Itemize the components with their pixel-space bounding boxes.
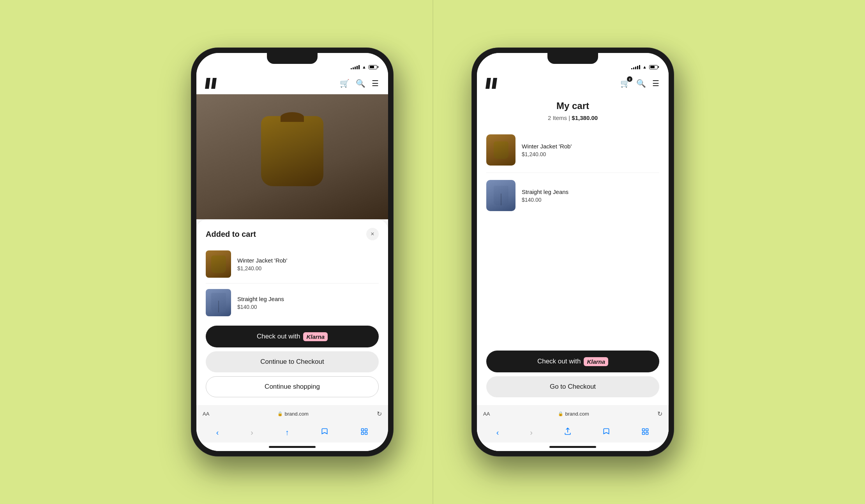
item-info-jacket: Winter Jacket 'Rob' $1,240.00	[522, 143, 659, 157]
close-button[interactable]: ×	[366, 228, 379, 240]
tabs-button-2[interactable]	[638, 425, 652, 441]
cart-item-1: Winter Jacket 'Rob' $1,240.00	[206, 247, 379, 282]
status-icons: ▲	[351, 65, 377, 69]
lock-icon-2: 🔒	[558, 411, 563, 416]
cart-badge: 2	[627, 76, 632, 82]
svg-rect-3	[365, 432, 367, 434]
wifi-icon-2: ▲	[643, 65, 647, 69]
modal-sheet: Added to cart × Winter Jacket 'Rob' $1,2…	[196, 219, 388, 405]
item-name-1: Winter Jacket 'Rob'	[237, 257, 379, 264]
cart-summary: 2 Items | $1,380.00	[486, 115, 659, 121]
continue-shopping-button-1[interactable]: Continue shopping	[206, 376, 379, 397]
search-icon-2[interactable]: 🔍	[636, 79, 646, 88]
klarna-badge-1: Klarna	[303, 332, 328, 341]
continue-checkout-label-1: Continue to Checkout	[260, 358, 324, 366]
menu-icon-2[interactable]: ☰	[652, 79, 659, 88]
go-to-checkout-button[interactable]: Go to Checkout	[486, 376, 659, 397]
go-to-checkout-label: Go to Checkout	[550, 383, 596, 391]
item-info-2: Straight leg Jeans $140.00	[237, 296, 379, 310]
cart-item-2: Straight leg Jeans $140.00	[206, 285, 379, 320]
forward-button-1[interactable]: ›	[247, 425, 256, 440]
share-button-1[interactable]: ↑	[282, 425, 292, 440]
lock-icon-1: 🔒	[277, 411, 283, 416]
cart-count-text: 2 Items	[548, 115, 567, 121]
svg-rect-6	[643, 432, 645, 434]
status-bar-1: ▲	[196, 53, 388, 72]
bottom-toolbar-2: ‹ ›	[477, 422, 669, 442]
item-name-jacket: Winter Jacket 'Rob'	[522, 143, 659, 150]
menu-icon-1[interactable]: ☰	[372, 79, 379, 88]
item-info-1: Winter Jacket 'Rob' $1,240.00	[237, 257, 379, 271]
svg-rect-7	[646, 432, 648, 434]
bottom-toolbar-1: ‹ › ↑	[196, 422, 388, 442]
cart-buttons: Check out with Klarna Go to Checkout	[477, 339, 669, 405]
aa-text-1[interactable]: AA	[203, 411, 209, 417]
phone-1: ▲ 🛒 🔍 ☰	[191, 48, 394, 456]
svg-rect-2	[362, 432, 364, 434]
item-name-jeans: Straight leg Jeans	[522, 189, 659, 195]
item-price-jacket: $1,240.00	[522, 151, 659, 157]
nav-bar-2: 🛒 2 🔍 ☰	[477, 72, 669, 94]
forward-button-2[interactable]: ›	[527, 425, 536, 440]
cart-page-title: My cart	[486, 94, 659, 115]
continue-shopping-label-1: Continue shopping	[265, 383, 320, 391]
home-indicator-2	[477, 442, 669, 451]
item-name-2: Straight leg Jeans	[237, 296, 379, 302]
bookmarks-button-2[interactable]	[599, 425, 613, 441]
cart-icon-1[interactable]: 🛒	[340, 79, 350, 88]
nav-icons-2: 🛒 2 🔍 ☰	[620, 79, 659, 88]
cart-total: $1,380.00	[572, 115, 598, 121]
product-bg	[196, 94, 388, 219]
search-icon-1[interactable]: 🔍	[356, 79, 365, 88]
refresh-icon-1[interactable]: ↻	[377, 410, 382, 418]
brand-logo-2	[486, 78, 496, 89]
tabs-button-1[interactable]	[357, 425, 371, 441]
nav-bar-1: 🛒 🔍 ☰	[196, 72, 388, 94]
item-image-jacket-2	[486, 134, 515, 166]
svg-rect-5	[646, 428, 648, 431]
status-bar-2: ▲	[477, 53, 669, 72]
back-button-1[interactable]: ‹	[213, 425, 222, 440]
nav-icons-1: 🛒 🔍 ☰	[340, 79, 379, 88]
wifi-icon: ▲	[362, 65, 366, 69]
aa-text-2[interactable]: AA	[483, 411, 490, 417]
signal-icon-2	[631, 65, 640, 69]
item-image-jeans-1	[206, 289, 231, 316]
klarna-checkout-button-1[interactable]: Check out with Klarna	[206, 326, 379, 347]
modal-title: Added to cart	[206, 230, 256, 239]
url-text-2: brand.com	[565, 411, 589, 417]
url-section-2[interactable]: 🔒 brand.com	[558, 411, 589, 417]
modal-header: Added to cart ×	[206, 219, 379, 247]
item-price-2: $140.00	[237, 304, 379, 310]
status-icons-2: ▲	[631, 65, 658, 69]
klarna-badge-2: Klarna	[584, 357, 608, 366]
cart-item-jeans: Straight leg Jeans $140.00	[486, 174, 659, 217]
cart-page: My cart 2 Items | $1,380.00	[477, 94, 669, 451]
klarna-prefix-1: Check out with	[257, 333, 300, 340]
item-image-jeans-2	[486, 180, 515, 211]
address-bar-1: AA 🔒 brand.com ↻	[196, 405, 388, 422]
signal-icon	[351, 65, 360, 69]
divider-cart	[486, 173, 659, 173]
svg-rect-4	[643, 428, 645, 431]
refresh-icon-2[interactable]: ↻	[657, 410, 662, 418]
phone-2: ▲ 🛒 2 🔍 ☰	[471, 48, 674, 456]
klarna-prefix-2: Check out with	[537, 358, 581, 365]
share-button-2[interactable]	[561, 425, 575, 441]
url-text-1: brand.com	[284, 411, 308, 417]
cart-item-jacket: Winter Jacket 'Rob' $1,240.00	[486, 129, 659, 171]
brand-logo-1	[206, 78, 216, 89]
item-price-jeans: $140.00	[522, 197, 659, 203]
page-divider	[432, 0, 433, 504]
klarna-checkout-button-2[interactable]: Check out with Klarna	[486, 351, 659, 372]
url-section-1[interactable]: 🔒 brand.com	[277, 411, 308, 417]
back-button-2[interactable]: ‹	[493, 425, 502, 440]
item-info-jeans: Straight leg Jeans $140.00	[522, 189, 659, 203]
home-indicator-1	[196, 442, 388, 451]
address-bar-2: AA 🔒 brand.com ↻	[477, 405, 669, 422]
bookmarks-button-1[interactable]	[318, 425, 332, 441]
battery-icon	[369, 65, 377, 69]
item-image-jacket-1	[206, 250, 231, 278]
cart-icon-2[interactable]: 🛒 2	[620, 79, 630, 88]
continue-checkout-button-1[interactable]: Continue to Checkout	[206, 351, 379, 372]
